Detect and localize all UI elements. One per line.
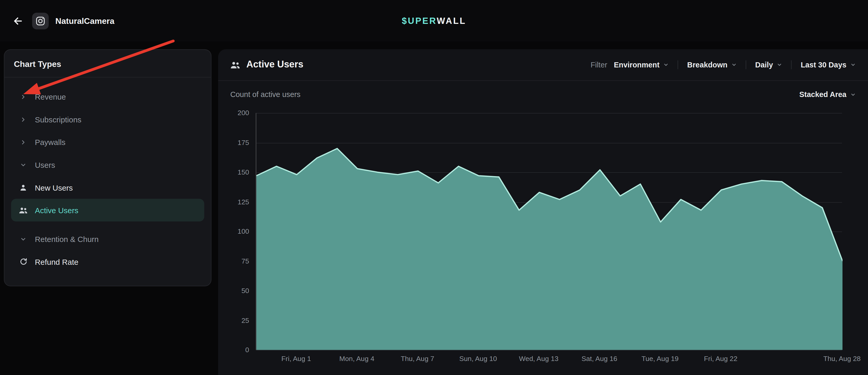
granularity-dropdown[interactable]: Daily: [755, 61, 782, 69]
app-window: NaturalCamera $UPERWALL Chart Types Reve…: [0, 0, 868, 375]
plot-area: [256, 113, 842, 350]
x-tick-label: Fri, Aug 1: [263, 354, 329, 363]
chevron-down-icon: [663, 62, 669, 67]
area-fill: [256, 149, 843, 350]
chart-types-title: Chart Types: [4, 50, 211, 77]
topbar: NaturalCamera $UPERWALL: [0, 0, 868, 41]
y-tick-label: 75: [218, 257, 249, 265]
page-title: Active Users: [246, 59, 303, 70]
divider: [791, 60, 792, 69]
x-tick-label: Thu, Aug 7: [384, 354, 451, 363]
chart-type-value: Stacked Area: [799, 90, 846, 98]
chevron-right-icon: [19, 138, 28, 147]
divider: [678, 60, 678, 69]
active-users-area-series: [256, 113, 843, 350]
x-tick-label: Thu, Aug 28: [809, 354, 868, 363]
sidebar-item-label: Refund Rate: [35, 257, 79, 266]
y-tick-label: 50: [218, 286, 249, 295]
chart-type-selector[interactable]: Stacked Area: [799, 90, 856, 98]
chevron-down-icon: [777, 62, 782, 67]
main-header: Active Users Filter Environment Breakdow…: [218, 49, 868, 81]
sidebar-item-users[interactable]: Users: [11, 153, 204, 176]
x-tick-label: Sat, Aug 16: [566, 354, 632, 363]
sidebar-item-label: Active Users: [35, 206, 79, 215]
chevron-right-icon: [19, 92, 28, 101]
chevron-down-icon: [850, 92, 856, 97]
date-range-value: Last 30 Days: [801, 61, 846, 69]
sidebar-item-refund-rate[interactable]: Refund Rate: [11, 250, 204, 273]
chart-types-panel: Chart Types Revenue Subscriptions Paywal…: [4, 49, 212, 286]
sidebar-item-paywalls[interactable]: Paywalls: [11, 131, 204, 154]
x-tick-label: Mon, Aug 4: [323, 354, 390, 363]
sidebar-item-new-users[interactable]: New Users: [11, 176, 204, 199]
x-tick-label: Tue, Aug 19: [627, 354, 693, 363]
y-axis: 2001751501251007550250: [218, 113, 249, 350]
people-icon: [19, 206, 28, 215]
chevron-down-icon: [732, 62, 737, 67]
y-tick-label: 125: [218, 197, 249, 206]
sidebar-item-subscriptions[interactable]: Subscriptions: [11, 108, 204, 131]
environment-filter-dropdown[interactable]: Environment: [614, 61, 669, 69]
logo-text-white: WALL: [437, 16, 466, 25]
y-tick-label: 175: [218, 138, 249, 147]
back-button[interactable]: [10, 13, 25, 29]
arrow-left-icon: [12, 15, 23, 27]
sidebar-item-label: Paywalls: [35, 138, 66, 147]
sidebar-item-label: Subscriptions: [35, 115, 82, 124]
logo-text-teal: $UPER: [402, 16, 437, 25]
y-tick-label: 25: [218, 316, 249, 325]
sidebar-item-label: Retention & Churn: [35, 235, 99, 243]
environment-filter-value: Environment: [614, 61, 659, 69]
app-name: NaturalCamera: [56, 16, 115, 25]
sidebar-item-revenue[interactable]: Revenue: [11, 85, 204, 108]
people-icon: [230, 61, 240, 69]
camera-icon: [35, 16, 45, 26]
y-tick-label: 200: [218, 108, 249, 117]
breakdown-dropdown[interactable]: Breakdown: [687, 61, 737, 69]
chevron-down-icon: [19, 160, 28, 169]
date-range-dropdown[interactable]: Last 30 Days: [801, 61, 856, 69]
superwall-logo: $UPERWALL: [402, 16, 466, 26]
chart-description: Count of active users: [230, 90, 301, 98]
person-icon: [19, 183, 28, 192]
active-users-panel: Active Users Filter Environment Breakdow…: [218, 49, 868, 375]
breakdown-value: Breakdown: [687, 61, 727, 69]
chart-types-nav: Revenue Subscriptions Paywalls Users New…: [4, 77, 211, 281]
x-tick-label: Fri, Aug 22: [687, 354, 754, 363]
y-tick-label: 150: [218, 168, 249, 177]
sidebar-item-active-users[interactable]: Active Users: [11, 199, 204, 222]
chevron-right-icon: [19, 115, 28, 124]
refresh-icon: [19, 257, 28, 266]
x-tick-label: Sun, Aug 10: [445, 354, 511, 363]
sidebar-item-label: Revenue: [35, 92, 66, 101]
x-axis: Fri, Aug 1Mon, Aug 4Thu, Aug 7Sun, Aug 1…: [256, 354, 842, 366]
divider: [746, 60, 746, 69]
chevron-down-icon: [19, 235, 28, 243]
filter-bar: Filter Environment Breakdown Daily: [591, 60, 856, 69]
chart-subheader: Count of active users Stacked Area: [218, 81, 868, 108]
granularity-value: Daily: [755, 61, 773, 69]
x-tick-label: Wed, Aug 13: [505, 354, 572, 363]
y-tick-label: 100: [218, 227, 249, 236]
filter-label: Filter: [591, 61, 607, 69]
app-icon: [32, 12, 49, 29]
sidebar-item-label: Users: [35, 160, 55, 169]
sidebar-item-retention-churn[interactable]: Retention & Churn: [11, 228, 204, 251]
gridline: [256, 350, 842, 350]
y-tick-label: 0: [218, 345, 249, 354]
sidebar-item-label: New Users: [35, 183, 73, 192]
chevron-down-icon: [850, 62, 856, 67]
